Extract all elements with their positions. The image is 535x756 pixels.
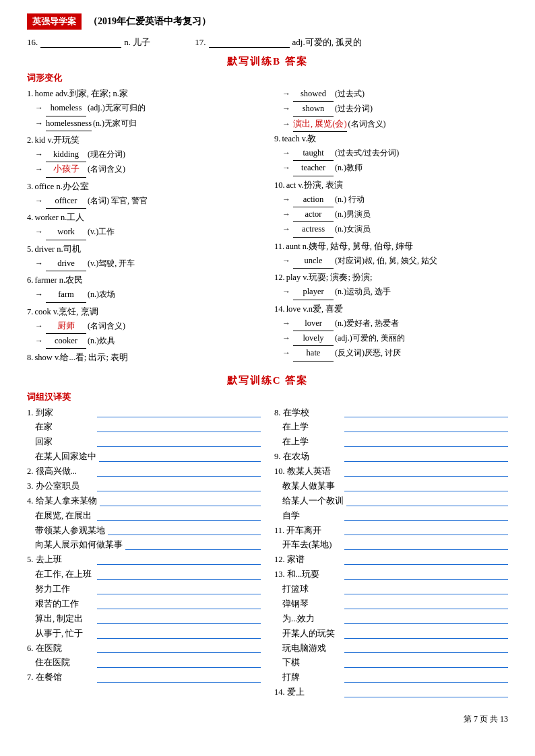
vocab-4-c1: → work (v.)工作: [27, 225, 261, 240]
vocab-3-base: 3. office n.办公室: [27, 180, 261, 194]
fill-16-input: [40, 37, 121, 48]
vocab-1-c1: → homeless (adj.)无家可归的: [27, 101, 261, 116]
vocab-4: 4. worker n.工人 → work (v.)工作: [27, 211, 261, 240]
vocab-10: 10. act v.扮演, 表演 → action (n.) 行动 → acto…: [274, 178, 508, 238]
tr-10-2: 给某人一个教训: [274, 494, 508, 509]
tl-4-3-line: [125, 541, 261, 550]
vocab-12: 12. play v.玩耍; 演奏; 扮演; → player (n.)运动员,…: [274, 271, 508, 300]
vocab-8-c3: → 演出, 展览(会) (名词含义): [274, 117, 508, 132]
fill-item-17: 17. adj.可爱的, 孤灵的: [195, 36, 362, 48]
vocab-8: 8. show v.给...看; 出示; 表明: [27, 351, 261, 365]
tr-11-header: 11. 开车离开: [274, 524, 508, 539]
vocab-9: 9. teach v.教 → taught (过去式/过去分词) → teach…: [274, 132, 508, 176]
tl-5-5: 从事于, 忙于: [27, 627, 261, 642]
tl-5-header: 5. 去上班: [27, 553, 261, 568]
tr-13-3: 为...效力: [274, 612, 508, 627]
tr-13-4: 开某人的玩笑: [274, 627, 508, 642]
subsection-b-label: 词形变化: [27, 72, 508, 84]
fill-17-label: adj.可爱的, 孤灵的: [292, 36, 363, 48]
vocab-3: 3. office n.办公室 → officer (名词) 军官, 警官: [27, 180, 261, 209]
translate-section: 1. 到家 在家 回家 在某人回家途中 2. 很高兴做... 3. 办公室职员 …: [27, 406, 508, 701]
fill-17-num: 17.: [195, 37, 206, 48]
tl-4-1: 在展览, 在展出: [27, 509, 261, 524]
tr-13-6: 下棋: [274, 656, 508, 671]
vocab-6-c1: → farm (n.)农场: [27, 287, 261, 302]
vocab-7: 7. cook v.烹饪, 烹调 → 厨师 (名词含义) → cooker (n…: [27, 305, 261, 349]
tl-5-3: 艰苦的工作: [27, 597, 261, 612]
tr-13-header: 13. 和...玩耍: [274, 568, 508, 582]
tl-1-2: 回家: [27, 435, 261, 450]
vocab-8-c2: → shown (过去分词): [274, 102, 508, 116]
vocab-two-col: 1. home adv.到家, 在家; n.家 → homeless (adj.…: [27, 87, 508, 368]
vocab-12-c1: → player (n.)运动员, 选手: [274, 285, 508, 300]
page-footer: 第 7 页 共 13: [27, 714, 508, 725]
tl-5-2: 努力工作: [27, 582, 261, 597]
tr-8-1: 在上学: [274, 420, 508, 435]
vocab-8-c1: → showed (过去式): [274, 87, 508, 102]
vocab-10-base: 10. act v.扮演, 表演: [274, 178, 508, 193]
fill-16-num: 16.: [27, 37, 38, 48]
tl-2-header: 2. 很高兴做...: [27, 465, 261, 479]
vocab-8-base: 8. show v.给...看; 出示; 表明: [27, 351, 261, 365]
vocab-5: 5. driver n.司机 → drive (v.)驾驶, 开车: [27, 242, 261, 272]
tl-4-2: 带领某人参观某地: [27, 524, 261, 539]
vocab-7-base: 7. cook v.烹饪, 烹调: [27, 305, 261, 319]
tr-13-7: 打牌: [274, 671, 508, 685]
page-header: 英强导学案 （2019年仁爱英语中考复习）: [27, 13, 508, 30]
fill-item-16: 16. n. 儿子: [27, 36, 150, 48]
vocab-10-c1: → action (n.) 行动: [274, 193, 508, 207]
vocab-2: 2. kid v.开玩笑 → kidding (现在分词) → 小孩子 (名词含…: [27, 133, 261, 178]
tl-6-1: 住在医院: [27, 656, 261, 671]
tr-13-1: 打篮球: [274, 582, 508, 597]
vocab-9-c2: → teacher (n.)教师: [274, 161, 508, 176]
vocab-14-c1: → lover (n.)爱好者, 热爱者: [274, 316, 508, 331]
fill-16-label: n. 儿子: [124, 36, 150, 48]
vocab-4-base: 4. worker n.工人: [27, 211, 261, 225]
vocab-2-base: 2. kid v.开玩笑: [27, 133, 261, 147]
vocab-12-base: 12. play v.玩耍; 演奏; 扮演;: [274, 271, 508, 285]
logo-label: 英强导学案: [27, 13, 82, 30]
tl-1-header: 1. 到家: [27, 406, 261, 421]
vocab-6-base: 6. farmer n.农民: [27, 273, 261, 287]
tr-14-header: 14. 爱上: [274, 685, 508, 700]
tl-7-header: 7. 在餐馆: [27, 671, 261, 685]
vocab-10-c2: → actor (n.)男演员: [274, 207, 508, 222]
section-c-title: 默写训练C 答案: [27, 374, 508, 387]
vocab-9-base: 9. teach v.教: [274, 132, 508, 146]
vocab-11: 11. aunt n.姨母, 姑母, 舅母, 伯母, 婶母 → uncle (对…: [274, 240, 508, 269]
vocab-11-base: 11. aunt n.姨母, 姑母, 舅母, 伯母, 婶母: [274, 240, 508, 254]
tl-3-header: 3. 办公室职员: [27, 479, 261, 494]
fill-line: 16. n. 儿子 17. adj.可爱的, 孤灵的: [27, 36, 508, 48]
tr-12-header: 12. 家谱: [274, 553, 508, 568]
tl-1-1: 在家: [27, 420, 261, 435]
section-b-title: 默写训练B 答案: [27, 55, 508, 68]
vocab-2-c2: → 小孩子 (名词含义): [27, 162, 261, 177]
tr-8-2: 在上学: [274, 435, 508, 450]
vocab-5-base: 5. driver n.司机: [27, 242, 261, 256]
tr-9-header: 9. 在农场: [274, 450, 508, 465]
tr-10-1: 教某人做某事: [274, 479, 508, 494]
translate-left: 1. 到家 在家 回家 在某人回家途中 2. 很高兴做... 3. 办公室职员 …: [27, 406, 261, 701]
vocab-14-base: 14. love v.n爱, 喜爱: [274, 302, 508, 316]
tl-6-header: 6. 在医院: [27, 642, 261, 656]
vocab-2-c1: → kidding (现在分词): [27, 147, 261, 162]
vocab-7-c2: → cooker (n.)炊具: [27, 334, 261, 349]
vocab-5-c1: → drive (v.)驾驶, 开车: [27, 256, 261, 271]
header-title: （2019年仁爱英语中考复习）: [88, 15, 211, 28]
vocab-9-c1: → taught (过去式/过去分词): [274, 146, 508, 161]
tl-5-1: 在工作, 在上班: [27, 568, 261, 582]
vocab-right-col: → showed (过去式) → shown (过去分词) → 演出, 展览(会…: [274, 87, 508, 368]
subsection-c-label: 词组汉译英: [27, 391, 508, 403]
tr-10-header: 10. 教某人英语: [274, 465, 508, 479]
tr-11-1: 开车去(某地): [274, 538, 508, 553]
tr-10-3: 自学: [274, 509, 508, 524]
vocab-7-c1: → 厨师 (名词含义): [27, 319, 261, 334]
vocab-14: 14. love v.n爱, 喜爱 → lover (n.)爱好者, 热爱者 →…: [274, 302, 508, 362]
tl-5-4: 算出, 制定出: [27, 612, 261, 627]
tr-13-2: 弹钢琴: [274, 597, 508, 612]
vocab-left-col: 1. home adv.到家, 在家; n.家 → homeless (adj.…: [27, 87, 261, 368]
translate-right: 8. 在学校 在上学 在上学 9. 在农场 10. 教某人英语 教某人做某事 给…: [274, 406, 508, 701]
tl-4-3: 向某人展示如何做某事: [27, 538, 261, 553]
tr-8-header: 8. 在学校: [274, 406, 508, 421]
vocab-14-c3: → hate (反义词)厌恶, 讨厌: [274, 346, 508, 361]
